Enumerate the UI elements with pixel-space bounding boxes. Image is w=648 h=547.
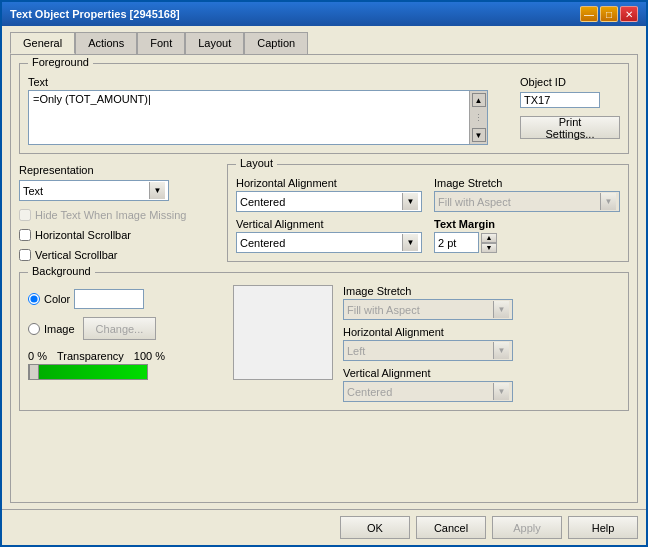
dialog-content: General Actions Font Layout Caption Fore… <box>2 26 646 509</box>
bg-image-stretch-arrow: ▼ <box>493 301 509 318</box>
color-radio-row: Color <box>28 289 223 309</box>
main-window: Text Object Properties [2945168] — □ ✕ G… <box>0 0 648 547</box>
tab-bar: General Actions Font Layout Caption <box>10 32 638 54</box>
window-title: Text Object Properties [2945168] <box>10 8 180 20</box>
bg-horizontal-alignment-field: Horizontal Alignment Left ▼ <box>343 326 620 361</box>
vertical-alignment-arrow: ▼ <box>402 234 418 251</box>
background-preview <box>233 285 333 380</box>
text-margin-field: Text Margin ▲ ▼ <box>434 218 620 253</box>
vertical-alignment-label: Vertical Alignment <box>236 218 422 230</box>
color-swatch[interactable] <box>74 289 144 309</box>
text-input-container: =Only (TOT_AMOUNT)| ▲ ⋮ ▼ <box>28 90 488 145</box>
ok-button[interactable]: OK <box>340 516 410 539</box>
text-margin-label: Text Margin <box>434 218 620 230</box>
horizontal-scrollbar-label: Horizontal Scrollbar <box>35 229 131 241</box>
horizontal-scrollbar-row: Horizontal Scrollbar <box>19 229 219 241</box>
print-settings-button[interactable]: Print Settings... <box>520 116 620 139</box>
horizontal-alignment-label: Horizontal Alignment <box>236 177 422 189</box>
transparency-row: 0 % Transparency 100 % <box>28 350 223 362</box>
horizontal-alignment-select[interactable]: Centered ▼ <box>236 191 422 212</box>
background-group-label: Background <box>28 265 95 277</box>
cancel-button[interactable]: Cancel <box>416 516 486 539</box>
tab-font[interactable]: Font <box>137 32 185 54</box>
bg-horizontal-alignment-value: Left <box>347 345 365 357</box>
transparency-slider[interactable] <box>28 364 148 380</box>
tab-general[interactable]: General <box>10 32 75 54</box>
color-radio-label: Color <box>44 293 70 305</box>
representation-label: Representation <box>19 164 219 176</box>
text-label: Text <box>28 76 508 88</box>
bg-vertical-alignment-label: Vertical Alignment <box>343 367 620 379</box>
transparency-0-label: 0 % <box>28 350 47 362</box>
hide-text-checkbox[interactable] <box>19 209 31 221</box>
help-button[interactable]: Help <box>568 516 638 539</box>
tab-actions[interactable]: Actions <box>75 32 137 54</box>
text-scrollbar[interactable]: ▲ ⋮ ▼ <box>469 91 487 144</box>
tab-layout[interactable]: Layout <box>185 32 244 54</box>
maximize-button[interactable]: □ <box>600 6 618 22</box>
vertical-alignment-select[interactable]: Centered ▼ <box>236 232 422 253</box>
bg-image-stretch-label: Image Stretch <box>343 285 620 297</box>
minimize-button[interactable]: — <box>580 6 598 22</box>
apply-button[interactable]: Apply <box>492 516 562 539</box>
bg-horizontal-alignment-label: Horizontal Alignment <box>343 326 620 338</box>
vertical-scrollbar-row: Vertical Scrollbar <box>19 249 219 261</box>
dialog-footer: OK Cancel Apply Help <box>2 509 646 545</box>
text-input[interactable]: =Only (TOT_AMOUNT)| <box>29 91 469 144</box>
image-stretch-value: Fill with Aspect <box>438 196 511 208</box>
vertical-alignment-field: Vertical Alignment Centered ▼ <box>236 218 422 253</box>
close-button[interactable]: ✕ <box>620 6 638 22</box>
image-radio-label: Image <box>44 323 75 335</box>
title-bar: Text Object Properties [2945168] — □ ✕ <box>2 2 646 26</box>
title-bar-buttons: — □ ✕ <box>580 6 638 22</box>
foreground-group-label: Foreground <box>28 56 93 68</box>
text-margin-down[interactable]: ▼ <box>481 243 497 253</box>
horizontal-alignment-arrow: ▼ <box>402 193 418 210</box>
scroll-down-button[interactable]: ▼ <box>472 128 486 142</box>
bg-settings-right: Image Stretch Fill with Aspect ▼ Horizon… <box>343 285 620 402</box>
representation-arrow: ▼ <box>149 182 165 199</box>
text-margin-input[interactable] <box>434 232 479 253</box>
bg-vertical-alignment-field: Vertical Alignment Centered ▼ <box>343 367 620 402</box>
representation-value: Text <box>23 185 43 197</box>
vertical-scrollbar-checkbox[interactable] <box>19 249 31 261</box>
background-group: Background Color Image Change... <box>19 272 629 411</box>
representation-select[interactable]: Text ▼ <box>19 180 169 201</box>
layout-group: Layout Horizontal Alignment Centered ▼ I… <box>227 164 629 262</box>
scroll-up-button[interactable]: ▲ <box>472 93 486 107</box>
image-stretch-arrow: ▼ <box>600 193 616 210</box>
vertical-scrollbar-label: Vertical Scrollbar <box>35 249 118 261</box>
object-id-input[interactable] <box>520 92 600 108</box>
text-margin-row: ▲ ▼ <box>434 232 620 253</box>
image-stretch-select[interactable]: Fill with Aspect ▼ <box>434 191 620 212</box>
tab-content-general: Foreground Text =Only (TOT_AMOUNT)| ▲ ⋮ … <box>10 54 638 503</box>
text-margin-up[interactable]: ▲ <box>481 233 497 243</box>
horizontal-alignment-value: Centered <box>240 196 285 208</box>
bg-image-stretch-select[interactable]: Fill with Aspect ▼ <box>343 299 513 320</box>
color-radio[interactable] <box>28 293 40 305</box>
text-margin-spinner: ▲ ▼ <box>481 233 497 253</box>
bg-vertical-alignment-arrow: ▼ <box>493 383 509 400</box>
bg-vertical-alignment-value: Centered <box>347 386 392 398</box>
image-stretch-field: Image Stretch Fill with Aspect ▼ <box>434 177 620 212</box>
object-id-label: Object ID <box>520 76 566 88</box>
bg-image-stretch-field: Image Stretch Fill with Aspect ▼ <box>343 285 620 320</box>
horizontal-alignment-field: Horizontal Alignment Centered ▼ <box>236 177 422 212</box>
bg-horizontal-alignment-select[interactable]: Left ▼ <box>343 340 513 361</box>
bg-vertical-alignment-select[interactable]: Centered ▼ <box>343 381 513 402</box>
bg-horizontal-alignment-arrow: ▼ <box>493 342 509 359</box>
tab-caption[interactable]: Caption <box>244 32 308 54</box>
image-radio-row: Image Change... <box>28 317 223 340</box>
bg-image-stretch-value: Fill with Aspect <box>347 304 420 316</box>
image-radio[interactable] <box>28 323 40 335</box>
vertical-alignment-value: Centered <box>240 237 285 249</box>
horizontal-scrollbar-checkbox[interactable] <box>19 229 31 241</box>
transparency-100-label: 100 % <box>134 350 165 362</box>
hide-text-row: Hide Text When Image Missing <box>19 209 219 221</box>
image-stretch-label: Image Stretch <box>434 177 620 189</box>
transparency-label: Transparency <box>57 350 124 362</box>
hide-text-label: Hide Text When Image Missing <box>35 209 186 221</box>
layout-group-label: Layout <box>236 157 277 169</box>
foreground-group: Foreground Text =Only (TOT_AMOUNT)| ▲ ⋮ … <box>19 63 629 154</box>
change-button[interactable]: Change... <box>83 317 157 340</box>
